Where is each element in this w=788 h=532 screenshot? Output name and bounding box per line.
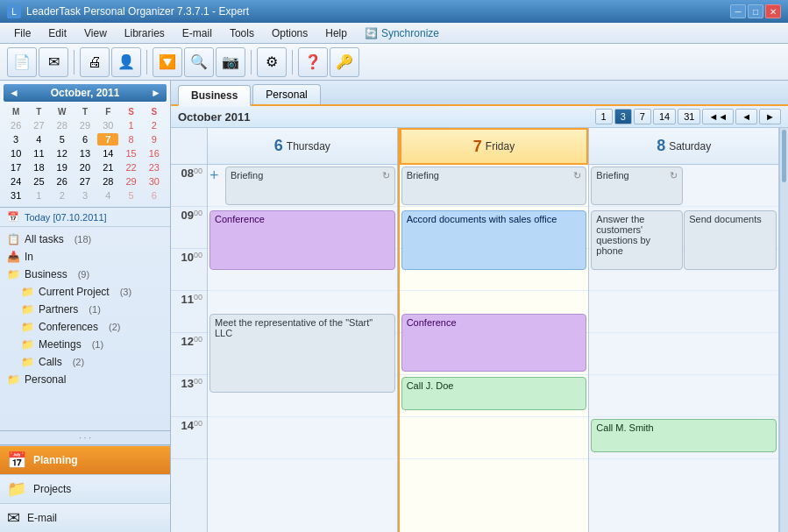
mini-cal-day-2-1[interactable]: 11: [28, 147, 49, 160]
view-14day[interactable]: 14: [653, 109, 676, 124]
mini-cal-day-4-4[interactable]: 28: [97, 175, 118, 188]
event-conference-fri[interactable]: Conference: [401, 314, 587, 372]
toolbar-settings-button[interactable]: ⚙: [257, 47, 287, 77]
event-briefing-fri[interactable]: Briefing ↻: [401, 167, 587, 205]
mini-cal-day-5-4[interactable]: 4: [97, 189, 118, 202]
mini-cal-day-0-0[interactable]: 26: [5, 119, 26, 131]
tree-item-in[interactable]: 📥In: [0, 248, 170, 266]
nav-item-planning[interactable]: 📅Planning: [0, 445, 170, 474]
sidebar-dots[interactable]: · · ·: [2, 433, 168, 443]
view-prev[interactable]: ◄: [735, 109, 757, 124]
view-3day[interactable]: 3: [614, 109, 632, 124]
mini-cal-day-0-5[interactable]: 1: [120, 119, 141, 131]
tree-item-conferences[interactable]: 📁Conferences(2): [0, 318, 170, 336]
mini-cal-next[interactable]: ►: [151, 87, 161, 99]
today-bar[interactable]: 📅 Today [07.10.2011]: [0, 208, 170, 227]
view-31day[interactable]: 31: [678, 109, 700, 124]
mini-cal-prev[interactable]: ◄: [9, 87, 19, 99]
mini-cal-day-0-6[interactable]: 2: [144, 119, 165, 131]
mini-cal-day-4-3[interactable]: 27: [75, 175, 96, 188]
mini-cal-day-1-2[interactable]: 5: [52, 133, 73, 145]
event-briefing-sat[interactable]: Briefing ↻: [591, 167, 683, 205]
mini-cal-day-4-5[interactable]: 29: [120, 175, 141, 188]
menu-options[interactable]: Options: [265, 25, 315, 41]
event-call-doe[interactable]: Call J. Doe: [401, 377, 587, 410]
sync-button[interactable]: 🔄 Synchronize: [365, 27, 439, 39]
event-send-docs[interactable]: Send documents: [684, 210, 777, 270]
menu-email[interactable]: E-mail: [175, 25, 219, 41]
mini-cal-day-3-1[interactable]: 18: [28, 161, 49, 174]
mini-cal-day-2-0[interactable]: 10: [5, 147, 26, 160]
tree-item-meetings[interactable]: 📁Meetings(1): [0, 336, 170, 353]
mini-cal-day-1-1[interactable]: 4: [28, 133, 49, 145]
menu-view[interactable]: View: [77, 25, 114, 41]
scrollbar-thumb[interactable]: [782, 130, 786, 182]
mini-cal-day-5-3[interactable]: 3: [75, 189, 96, 202]
mini-cal-day-2-5[interactable]: 15: [120, 147, 141, 160]
toolbar-search-button[interactable]: 🔍: [184, 47, 214, 77]
mini-cal-day-2-2[interactable]: 12: [52, 147, 73, 160]
menu-edit[interactable]: Edit: [41, 25, 74, 41]
event-answer-sat[interactable]: Answer the customers' questions by phone: [591, 210, 683, 270]
mini-cal-day-0-1[interactable]: 27: [28, 119, 49, 131]
toolbar-email-button[interactable]: ✉: [39, 47, 68, 77]
tree-item-all-tasks[interactable]: 📋All tasks(18): [0, 231, 170, 248]
calendar-scrollbar[interactable]: [779, 128, 788, 532]
toolbar-photo-button[interactable]: 📷: [216, 47, 245, 77]
titlebar-buttons[interactable]: ─ □ ✕: [730, 4, 781, 18]
mini-cal-day-2-3[interactable]: 13: [75, 147, 96, 160]
mini-cal-day-4-6[interactable]: 30: [144, 175, 165, 188]
mini-cal-day-4-2[interactable]: 26: [52, 175, 73, 188]
event-briefing-thu[interactable]: Briefing ↻: [225, 167, 395, 205]
event-conference-thu[interactable]: Conference: [209, 210, 395, 270]
event-accord-fri[interactable]: Accord documents with sales office: [401, 210, 587, 270]
mini-cal-day-0-2[interactable]: 28: [52, 119, 73, 131]
toolbar-key-button[interactable]: 🔑: [330, 47, 359, 77]
tree-item-current-project[interactable]: 📁Current Project(3): [0, 283, 170, 301]
mini-cal-day-3-2[interactable]: 19: [52, 161, 73, 174]
toolbar-print-button[interactable]: 🖨: [80, 47, 110, 77]
mini-cal-day-5-2[interactable]: 2: [52, 189, 73, 202]
mini-cal-day-5-6[interactable]: 6: [144, 189, 165, 202]
view-7day[interactable]: 7: [634, 109, 651, 124]
view-prev-prev[interactable]: ◄◄: [702, 109, 734, 124]
mini-cal-day-3-3[interactable]: 20: [75, 161, 96, 174]
mini-cal-day-4-0[interactable]: 24: [5, 175, 26, 188]
toolbar-new-button[interactable]: 📄: [7, 47, 37, 77]
nav-item-e-mail[interactable]: ✉E-mail: [0, 503, 170, 532]
menu-help[interactable]: Help: [318, 25, 354, 41]
mini-cal-day-0-3[interactable]: 29: [75, 119, 96, 131]
menu-tools[interactable]: Tools: [223, 25, 261, 41]
mini-cal-day-4-1[interactable]: 25: [28, 175, 49, 188]
add-event-thu[interactable]: +: [209, 167, 219, 185]
tab-business[interactable]: Business: [178, 85, 251, 106]
toolbar-user-button[interactable]: 👤: [111, 47, 141, 77]
toolbar-help-button[interactable]: ❓: [298, 47, 328, 77]
mini-cal-day-1-6[interactable]: 9: [144, 133, 165, 145]
menu-file[interactable]: File: [7, 25, 38, 41]
tree-item-calls[interactable]: 📁Calls(2): [0, 353, 170, 371]
mini-cal-day-5-5[interactable]: 5: [120, 189, 141, 202]
close-button[interactable]: ✕: [765, 4, 781, 18]
mini-cal-day-3-6[interactable]: 23: [144, 161, 165, 174]
tree-item-business[interactable]: 📁Business(9): [0, 266, 170, 283]
tree-item-personal[interactable]: 📁Personal: [0, 371, 170, 388]
mini-cal-day-0-4[interactable]: 30: [97, 119, 118, 131]
event-call-smith[interactable]: Call M. Smith: [591, 419, 777, 452]
mini-cal-day-2-6[interactable]: 16: [144, 147, 165, 160]
mini-cal-day-1-4[interactable]: 7: [97, 133, 118, 145]
event-meet-thu[interactable]: Meet the representative of the "Start" L…: [209, 314, 395, 393]
nav-item-projects[interactable]: 📁Projects: [0, 474, 170, 503]
tab-personal[interactable]: Personal: [252, 84, 320, 104]
minimize-button[interactable]: ─: [730, 4, 746, 18]
mini-cal-day-5-1[interactable]: 1: [28, 189, 49, 202]
mini-cal-day-1-3[interactable]: 6: [75, 133, 96, 145]
mini-cal-day-3-4[interactable]: 21: [97, 161, 118, 174]
mini-cal-day-1-0[interactable]: 3: [5, 133, 26, 145]
mini-cal-day-3-5[interactable]: 22: [120, 161, 141, 174]
view-next[interactable]: ►: [759, 109, 781, 124]
mini-cal-day-3-0[interactable]: 17: [5, 161, 26, 174]
menu-libraries[interactable]: Libraries: [117, 25, 172, 41]
mini-cal-day-1-5[interactable]: 8: [120, 133, 141, 145]
toolbar-filter-button[interactable]: 🔽: [153, 47, 182, 77]
